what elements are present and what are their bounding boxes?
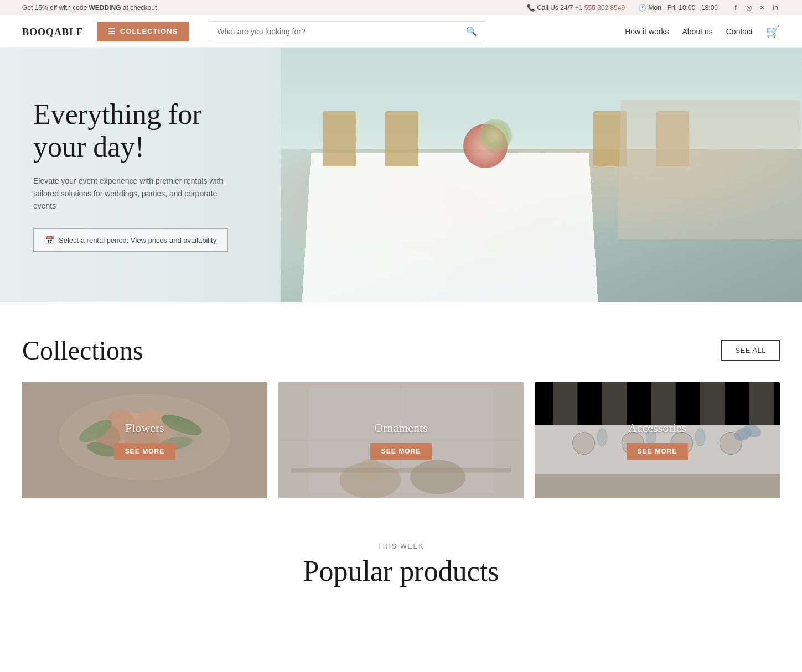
this-week-section: THIS WEEK Popular products xyxy=(0,520,802,598)
search-icon[interactable]: 🔍 xyxy=(466,26,477,37)
hero-section: Everything for your day! Elevate your ev… xyxy=(0,48,802,302)
facebook-icon[interactable]: f xyxy=(731,3,740,12)
collections-section: Collections SEE ALL xyxy=(0,302,802,520)
collection-card-accessories[interactable]: Accessories SEE MORE xyxy=(535,382,780,498)
hero-subtitle: Elevate your event experience with premi… xyxy=(33,175,232,212)
flowers-name: Flowers xyxy=(125,421,164,435)
accessories-see-more[interactable]: SEE MORE xyxy=(627,443,688,460)
accessories-name: Accessories xyxy=(628,421,686,435)
ornaments-overlay: Ornaments SEE MORE xyxy=(278,382,524,498)
nav-how-it-works[interactable]: How it works xyxy=(625,27,669,36)
twitter-x-icon[interactable]: ✕ xyxy=(758,3,767,12)
phone-info: 📞 Call Us 24/7 +1 555 302 8549 xyxy=(527,4,625,12)
nav-about-us[interactable]: About us xyxy=(682,27,712,36)
instagram-icon[interactable]: ◎ xyxy=(744,3,753,12)
accessories-overlay: Accessories SEE MORE xyxy=(535,382,780,498)
promo-text: Get 15% off with code WEDDING at checkou… xyxy=(22,4,157,12)
collections-grid: Flowers SEE MORE xyxy=(22,382,780,498)
this-week-label: THIS WEEK xyxy=(22,543,780,550)
flowers-overlay: Flowers SEE MORE xyxy=(22,382,267,498)
collection-card-flowers[interactable]: Flowers SEE MORE xyxy=(22,382,267,498)
this-week-title: Popular products xyxy=(22,555,780,587)
linkedin-icon[interactable]: in xyxy=(771,3,780,12)
see-all-button[interactable]: SEE ALL xyxy=(721,340,780,361)
hours-info: 🕐 Mon - Fri: 10:00 - 18:00 xyxy=(638,4,718,12)
nav-links: How it works About us Contact 🛒 xyxy=(625,25,780,38)
hero-cta-label: Select a rental period; View prices and … xyxy=(59,236,216,244)
hero-cta-button[interactable]: 📅 Select a rental period; View prices an… xyxy=(33,228,228,252)
collections-header: Collections SEE ALL xyxy=(22,335,780,366)
search-bar[interactable]: 🔍 xyxy=(209,21,485,41)
cart-icon[interactable]: 🛒 xyxy=(766,25,780,38)
logo[interactable]: BOOQABLE xyxy=(22,24,84,39)
collection-card-ornaments[interactable]: Ornaments SEE MORE xyxy=(278,382,524,498)
social-icons: f ◎ ✕ in xyxy=(731,3,780,12)
navbar: BOOQABLE ☰ COLLECTIONS 🔍 How it works Ab… xyxy=(0,15,802,48)
flowers-see-more[interactable]: SEE MORE xyxy=(114,443,175,460)
hero-content: Everything for your day! Elevate your ev… xyxy=(0,65,266,285)
hero-title: Everything for your day! xyxy=(33,98,232,164)
calendar-icon: 📅 xyxy=(45,236,54,244)
ornaments-see-more[interactable]: SEE MORE xyxy=(370,443,432,460)
collections-section-title: Collections xyxy=(22,335,143,366)
top-bar: Get 15% off with code WEDDING at checkou… xyxy=(0,0,802,15)
hero-background xyxy=(281,48,802,302)
collections-button[interactable]: ☰ COLLECTIONS xyxy=(97,22,189,41)
search-input[interactable] xyxy=(217,27,466,36)
ornaments-name: Ornaments xyxy=(374,421,428,435)
hamburger-icon: ☰ xyxy=(108,27,116,36)
phone-link[interactable]: +1 555 302 8549 xyxy=(575,4,625,12)
top-bar-right: 📞 Call Us 24/7 +1 555 302 8549 🕐 Mon - F… xyxy=(527,3,780,12)
nav-contact[interactable]: Contact xyxy=(726,27,753,36)
